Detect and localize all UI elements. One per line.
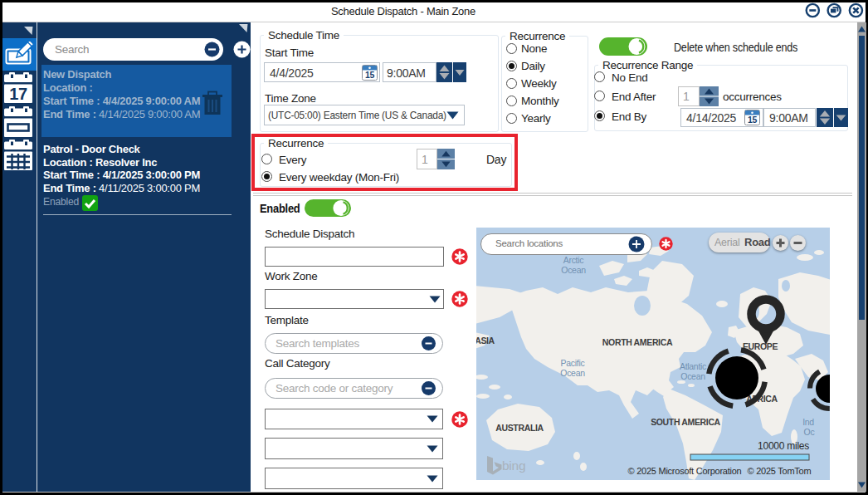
svg-text:© 2025 Microsoft Corporation: © 2025 Microsoft Corporation	[628, 466, 742, 476]
svg-text:ASIA: ASIA	[476, 336, 495, 346]
svg-text:NORTH AMERICA: NORTH AMERICA	[602, 337, 673, 347]
svg-text:Ind: Ind	[802, 417, 814, 427]
svg-text:Pacific: Pacific	[561, 358, 585, 368]
svg-text:10000 miles: 10000 miles	[758, 440, 809, 452]
svg-text:Oc: Oc	[804, 427, 815, 437]
svg-text:Ocean: Ocean	[680, 371, 705, 381]
svg-text:15: 15	[365, 70, 375, 80]
svg-text:© 2025 TomTom: © 2025 TomTom	[748, 466, 812, 476]
svg-text:Ocean: Ocean	[561, 265, 586, 275]
svg-text:bing: bing	[502, 458, 525, 473]
svg-text:Arctic: Arctic	[563, 255, 584, 265]
svg-text:17: 17	[9, 85, 27, 103]
svg-text:SOUTH AMERICA: SOUTH AMERICA	[651, 417, 720, 427]
svg-text:Atlantic: Atlantic	[680, 361, 706, 371]
svg-text:AUSTRALIA: AUSTRALIA	[495, 423, 544, 433]
svg-text:15: 15	[748, 115, 758, 125]
svg-text:Ocean: Ocean	[560, 368, 585, 378]
